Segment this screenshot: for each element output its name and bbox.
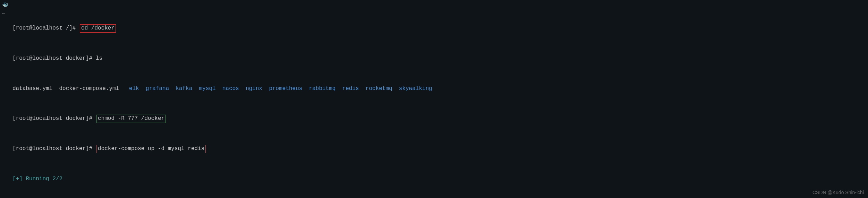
running-text: [+] Running 2/2: [12, 175, 62, 183]
terminal-output[interactable]: [root@localhost /]# cd /docker [root@loc…: [0, 2, 868, 198]
ls-file: docker-compose.yml: [59, 85, 119, 93]
command-compose: docker-compose up -d mysql redis: [96, 145, 206, 153]
prompt: [root@localhost docker]#: [12, 55, 96, 63]
ls-dir: rabbitmq: [309, 85, 336, 93]
running-header: [+] Running 2/2: [12, 175, 868, 183]
prompt-line-compose: [root@localhost docker]# docker-compose …: [12, 145, 868, 153]
ls-dir: rocketmq: [366, 85, 392, 93]
command-chmod: chmod -R 777 /docker: [96, 115, 166, 123]
gutter-ellipsis: …: [2, 9, 8, 16]
ls-dir: elk: [129, 85, 139, 93]
ls-dir: prometheus: [269, 85, 302, 93]
prompt-line-cd: [root@localhost /]# cd /docker: [12, 25, 868, 32]
command-cd: cd /docker: [80, 24, 116, 33]
ls-dir: grafana: [146, 85, 169, 93]
prompt-line-ls: [root@localhost docker]# ls: [12, 55, 868, 63]
ls-dir: nacos: [222, 85, 239, 93]
ls-dir: nginx: [246, 85, 262, 93]
prompt: [root@localhost docker]#: [12, 115, 96, 123]
ls-dir: mysql: [199, 85, 216, 93]
prompt: [root@localhost docker]#: [12, 145, 96, 153]
gutter: 🐳 …: [2, 2, 8, 16]
watermark: CSDN @Kudō Shin-ichi: [812, 189, 864, 196]
prompt-line-chmod: [root@localhost docker]# chmod -R 777 /d…: [12, 115, 868, 123]
prompt: [root@localhost /]#: [12, 25, 79, 32]
command-ls: ls: [96, 55, 102, 63]
docker-icon: 🐳: [2, 2, 8, 9]
ls-dir: redis: [342, 85, 359, 93]
ls-output-line: database.yml docker-compose.yml elk graf…: [12, 85, 868, 92]
ls-dir: skywalking: [399, 85, 432, 93]
ls-dir: kafka: [176, 85, 193, 93]
ls-file: database.yml: [12, 85, 52, 93]
